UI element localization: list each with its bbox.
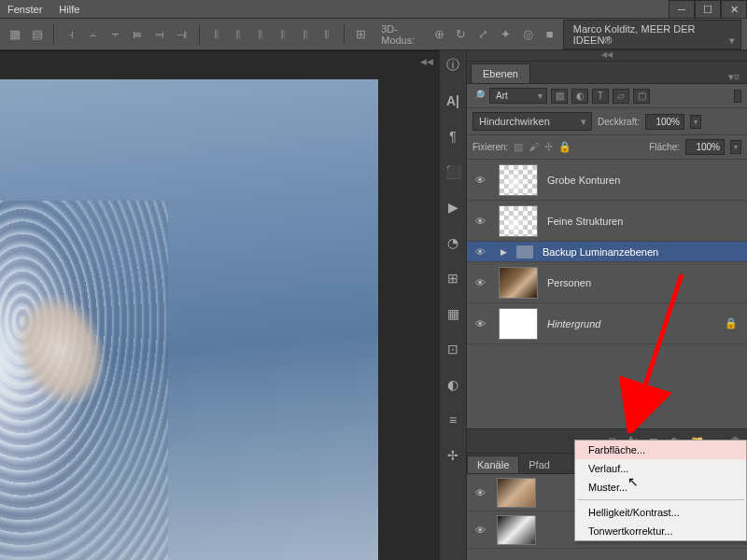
visibility-icon[interactable]: 👁	[471, 246, 489, 258]
channels-tab[interactable]: Kanäle	[467, 455, 519, 473]
align-bot-icon[interactable]: ⫣	[173, 24, 191, 45]
options-bar: ▦ ▤ ⫞ ⫠ ⫟ ⫢ ⫤ ⫣ ⦀ ⦀ ⦀ ⦀ ⦀ ⦀ ⊞ 3D-Modus: …	[0, 19, 747, 50]
collapsed-panels-strip: ⓘ A| ¶ ⬛ ▶ ◔ ⊞ ▦ ⊡ ◐ ≡ ✢	[439, 50, 467, 560]
panel-icon-adjust[interactable]: ◐	[442, 373, 464, 396]
workspace-dropdown[interactable]: Marco Kolditz, MEER DER IDEEN®	[563, 20, 741, 49]
panel-icon-para[interactable]: ¶	[442, 125, 464, 147]
panel-collapse-grip[interactable]: ◀◀	[467, 50, 747, 62]
lock-icon: 🔒	[725, 317, 743, 329]
filter-adjust-icon[interactable]: ◐	[571, 89, 588, 104]
panel-icon-swatches[interactable]: ▦	[442, 302, 464, 325]
fill-arrow[interactable]: ▾	[730, 140, 741, 154]
menu-verlauf[interactable]: Verlauf...	[575, 459, 746, 478]
cursor-icon: ↖	[627, 474, 639, 489]
visibility-icon[interactable]: 👁	[471, 487, 489, 498]
channel-thumb	[497, 515, 536, 545]
3d-icon-3[interactable]: ⤢	[474, 24, 493, 45]
menu-fenster[interactable]: Fenster	[7, 4, 42, 15]
collapse-icon[interactable]: ◀◀	[420, 57, 433, 66]
panel-icon-styles[interactable]: ⊡	[442, 338, 464, 360]
visibility-icon[interactable]: 👁	[471, 318, 489, 329]
dist-1-icon[interactable]: ⦀	[206, 24, 225, 45]
align-right-icon[interactable]: ⫟	[106, 24, 125, 45]
lock-trans-icon[interactable]: ▨	[514, 141, 523, 153]
folder-disclosure-icon[interactable]: ▶	[500, 247, 507, 257]
dist-3-icon[interactable]: ⦀	[251, 24, 270, 45]
visibility-icon[interactable]: 👁	[471, 175, 489, 186]
layer-item-hintergrund[interactable]: 👁 Hintergrund 🔒	[467, 303, 747, 344]
dist-5-icon[interactable]: ⦀	[295, 24, 314, 45]
panel-icon-brush[interactable]: ⬛	[442, 161, 464, 183]
menubar: Fenster Hilfe	[0, 0, 747, 19]
filter-shape-icon[interactable]: ▱	[613, 89, 629, 104]
panel-icon-hist[interactable]: ≡	[442, 409, 464, 431]
layer-item-feine[interactable]: 👁 Feine Strukturen	[467, 201, 747, 242]
panel-icon-color[interactable]: ⊞	[442, 267, 464, 289]
3d-icon-4[interactable]: ✦	[497, 24, 515, 45]
window-controls: ─ ☐ ✕	[669, 0, 747, 19]
filter-pixel-icon[interactable]: ▨	[551, 89, 568, 104]
align-mid-icon[interactable]: ⫤	[150, 24, 169, 45]
visibility-icon[interactable]: 👁	[471, 277, 489, 288]
align-left-icon[interactable]: ⫞	[62, 24, 80, 45]
blend-mode-dropdown[interactable]: Hindurchwirken	[472, 112, 592, 131]
3d-icon-1[interactable]: ⊕	[430, 24, 448, 45]
tool-icon-2[interactable]: ▤	[28, 24, 47, 45]
layer-thumb[interactable]	[499, 267, 538, 299]
3d-icon-2[interactable]: ↻	[452, 24, 471, 45]
close-button[interactable]: ✕	[721, 0, 747, 19]
filter-toggle[interactable]	[734, 90, 741, 103]
lock-paint-icon[interactable]: 🖌	[529, 141, 539, 153]
dist-6-icon[interactable]: ⦀	[317, 24, 336, 45]
align-top-icon[interactable]: ⫢	[128, 24, 147, 45]
opacity-input[interactable]: 100%	[645, 114, 684, 130]
panel-icon-nav[interactable]: ✢	[442, 444, 464, 467]
dist-2-icon[interactable]: ⦀	[229, 24, 247, 45]
extra-icon[interactable]: ⊞	[352, 24, 371, 45]
visibility-icon[interactable]: 👁	[471, 216, 489, 227]
layer-thumb[interactable]	[499, 308, 538, 340]
adjustment-context-menu: Farbfläche... Verlauf... Muster... Helli…	[574, 440, 747, 541]
folder-icon	[516, 245, 533, 259]
lock-all-icon[interactable]: 🔒	[558, 141, 571, 153]
layer-thumb[interactable]	[499, 164, 538, 196]
maximize-button[interactable]: ☐	[695, 0, 721, 19]
paths-tab[interactable]: Pfad	[519, 456, 559, 473]
menu-muster[interactable]: Muster...	[575, 478, 746, 497]
menu-tonwert[interactable]: Tonwertkorrektur...	[575, 522, 746, 540]
panel-icon-info[interactable]: ⓘ	[442, 54, 464, 77]
filter-type-icon[interactable]: T	[592, 89, 609, 104]
fill-label: Fläche:	[649, 142, 680, 152]
layer-item-backup-folder[interactable]: 👁 ▶ Backup Luminanzebenen	[467, 242, 747, 262]
minimize-button[interactable]: ─	[669, 0, 695, 19]
panel-icon-one[interactable]: ◔	[442, 231, 464, 254]
3d-icon-6[interactable]: ■	[541, 24, 559, 45]
menu-farbflaeche[interactable]: Farbfläche...	[575, 441, 746, 459]
panel-icon-actions[interactable]: ▶	[442, 196, 464, 218]
layer-item-personen[interactable]: 👁 Personen	[467, 262, 747, 303]
menu-helligkeit[interactable]: Helligkeit/Kontrast...	[575, 503, 746, 522]
align-center-icon[interactable]: ⫠	[84, 24, 103, 45]
3d-icon-5[interactable]: ◎	[518, 24, 537, 45]
document-canvas[interactable]	[0, 79, 378, 560]
canvas-area[interactable]: ◀◀	[0, 50, 439, 560]
layer-thumb[interactable]	[499, 205, 538, 237]
dist-4-icon[interactable]: ⦀	[274, 24, 292, 45]
panel-icon-char[interactable]: A|	[442, 90, 464, 112]
lock-label: Fixieren:	[472, 142, 508, 152]
tool-icon-1[interactable]: ▦	[6, 24, 24, 45]
layer-filter-kind[interactable]: Art	[489, 88, 547, 104]
layers-panel: Ebenen ▾≡ 🔎 Art ▨ ◐ T ▱ ▢ Hindurchwirken…	[467, 62, 747, 453]
layers-tab[interactable]: Ebenen	[471, 63, 530, 83]
lock-pos-icon[interactable]: ✢	[544, 141, 553, 153]
fill-input[interactable]: 100%	[685, 139, 725, 155]
filter-smart-icon[interactable]: ▢	[633, 89, 650, 104]
mode3d-label: 3D-Modus:	[381, 23, 426, 46]
layer-list: 👁 Grobe Konturen 👁 Feine Strukturen 👁 ▶ …	[467, 160, 747, 428]
panel-menu-icon[interactable]: ▾≡	[721, 71, 747, 83]
menu-hilfe[interactable]: Hilfe	[59, 4, 79, 15]
visibility-icon[interactable]: 👁	[471, 525, 489, 536]
opacity-arrow[interactable]: ▾	[690, 115, 701, 129]
layer-item-grobe[interactable]: 👁 Grobe Konturen	[467, 160, 747, 201]
channel-thumb	[497, 478, 536, 508]
